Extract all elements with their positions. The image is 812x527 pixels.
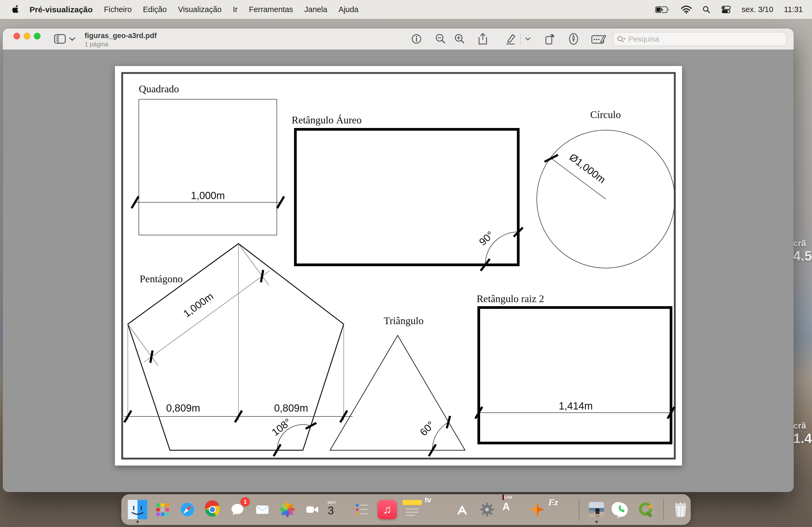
dock-reminders[interactable] (352, 500, 372, 519)
dock-preview[interactable] (587, 500, 606, 519)
menu-visualizacao[interactable]: Visualização (178, 5, 221, 14)
menu-app-name[interactable]: Pré-visualização (30, 5, 93, 14)
info-button[interactable] (410, 31, 423, 46)
facetime-icon (303, 500, 322, 519)
dock-system-settings[interactable] (477, 500, 497, 519)
dimension-label: 0,809m (166, 403, 200, 414)
dock-notes[interactable] (403, 500, 422, 519)
app-store-icon (452, 500, 472, 519)
dock-finder[interactable] (128, 500, 147, 519)
menu-edicao[interactable]: Edição (143, 5, 167, 14)
dock-filezilla[interactable]: Fz (552, 500, 572, 519)
search-field[interactable] (613, 32, 787, 46)
dock-separator (663, 499, 664, 520)
dimension-label: 1,414m (559, 400, 593, 412)
figure-title: Círculo (590, 109, 621, 120)
markup-pencil-button[interactable] (504, 31, 517, 46)
figure-title: Triângulo (384, 315, 424, 326)
battery-icon[interactable] (655, 6, 670, 13)
dock-separator (579, 499, 579, 520)
mail-icon (253, 500, 272, 519)
dock-messages[interactable]: 1 (228, 500, 247, 519)
menu-bar: Pré-visualização Ficheiro Edição Visuali… (0, 0, 812, 19)
photos-icon (278, 500, 297, 519)
minimize-button[interactable] (24, 33, 30, 40)
dock-trash[interactable] (671, 500, 690, 519)
form-fill-button[interactable] (591, 31, 607, 46)
figure-title: Quadrado (139, 83, 179, 94)
menu-ficheiro[interactable]: Ficheiro (104, 5, 132, 14)
zoom-out-button[interactable] (434, 31, 447, 46)
toolbar-divider (520, 34, 521, 45)
apple-icon (11, 4, 20, 15)
preview-app-icon (587, 500, 606, 519)
window-title: figuras_geo-a3rd.pdf (85, 32, 157, 40)
dimension-label: 1,000m (191, 190, 225, 201)
dock-calendar[interactable]: OUT. 3 (328, 500, 347, 519)
figure-retangulo-raiz2: Retângulo raiz 2 1,414m (475, 293, 675, 443)
sidebar-chevron-down-icon[interactable] (68, 31, 77, 46)
close-button[interactable] (13, 33, 20, 40)
spotlight-icon[interactable] (702, 6, 710, 14)
menu-time[interactable]: 11:31 (784, 5, 803, 14)
dock-star-app[interactable] (527, 500, 547, 519)
markup-chevron-down-icon[interactable] (523, 31, 533, 46)
control-center-icon[interactable] (721, 6, 731, 14)
dock-apple-tv[interactable]: tv (427, 500, 447, 519)
widget-label: crã (793, 238, 812, 248)
finder-icon (128, 500, 147, 519)
menu-ferramentas[interactable]: Ferramentas (249, 5, 293, 14)
launchpad-icon (153, 500, 172, 519)
menu-janela[interactable]: Janela (304, 5, 327, 14)
dock-qgis[interactable] (637, 500, 656, 519)
dock-whatsapp[interactable] (612, 500, 631, 519)
dock-mail[interactable] (253, 500, 272, 519)
desktop-widget-top: crã 4.57 (793, 238, 812, 264)
desktop-widget-bottom: crã 1.47 (793, 421, 812, 446)
pdf-page: Quadrado 1,000m Retângulo Áureo (115, 66, 682, 466)
star-app-icon (527, 500, 547, 519)
figure-quadrado: Quadrado 1,000m (132, 83, 284, 235)
dock-chrome[interactable] (203, 500, 222, 519)
dock-launchpad[interactable] (153, 500, 172, 519)
angle-label: 108° (270, 416, 293, 438)
figure-triangulo: Triângulo 60° (330, 315, 465, 456)
share-button[interactable] (476, 31, 490, 46)
figure-title: Pentágono (140, 273, 183, 284)
dock-autocad[interactable]: A CAD (503, 500, 522, 519)
safari-icon (178, 500, 197, 519)
figure-title: Retângulo raiz 2 (477, 293, 544, 304)
dock-music[interactable]: ♫ (378, 500, 397, 519)
notes-icon (403, 500, 422, 519)
dock-safari[interactable] (178, 500, 197, 519)
wifi-icon[interactable] (681, 6, 692, 14)
dock-app-store[interactable] (452, 500, 472, 519)
menu-ajuda[interactable]: Ajuda (338, 5, 359, 14)
document-area[interactable]: Quadrado 1,000m Retângulo Áureo (3, 50, 794, 492)
dock-facetime[interactable] (303, 500, 322, 519)
annotate-pen-button[interactable] (567, 31, 580, 46)
dock-photos[interactable] (278, 500, 297, 519)
chrome-icon (203, 500, 222, 519)
search-icon (617, 35, 626, 43)
trash-icon (671, 500, 690, 519)
menu-ir[interactable]: Ir (233, 5, 238, 14)
widget-value: 4.57 (793, 248, 812, 264)
apple-menu[interactable] (11, 4, 20, 15)
zoom-button[interactable] (34, 33, 41, 40)
qgis-icon (637, 500, 656, 519)
figures-drawing: Quadrado 1,000m Retângulo Áureo (115, 66, 682, 466)
sidebar-toggle-button[interactable] (53, 31, 67, 46)
search-input[interactable] (628, 35, 782, 44)
figure-pentagono: Pentágono 0,809m 0,809m (124, 244, 352, 456)
music-note-icon: ♫ (383, 503, 392, 516)
widget-label: crã (793, 421, 812, 431)
menu-date[interactable]: sex. 3/10 (742, 5, 773, 14)
reminders-icon (352, 500, 372, 519)
desktop: crã 4.57 crã 1.47 Pré-visualização Fiche… (0, 0, 812, 527)
rotate-button[interactable] (543, 31, 557, 46)
angle-label: 90° (477, 229, 496, 248)
figure-title: Retângulo Áureo (292, 114, 362, 125)
zoom-in-button[interactable] (453, 31, 466, 46)
running-indicator (136, 521, 139, 523)
